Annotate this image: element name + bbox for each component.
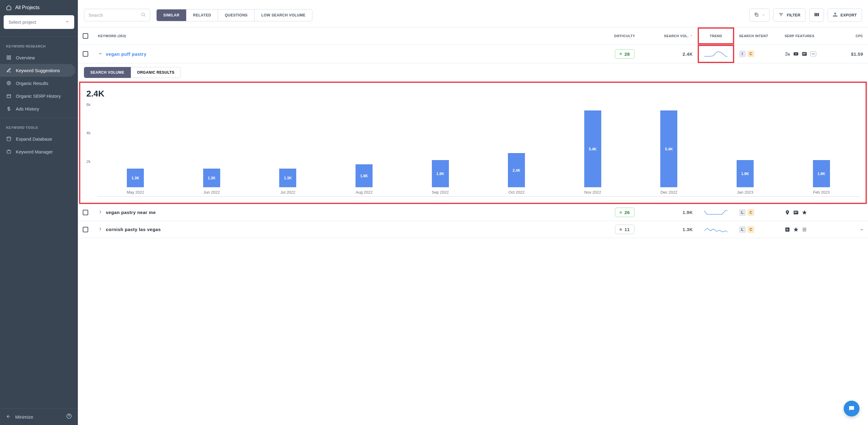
row-checkbox[interactable] xyxy=(83,210,88,215)
bar: 1.9K xyxy=(432,160,449,187)
x-label: May 2022 xyxy=(127,190,144,195)
y-axis: 6k 4k 2k xyxy=(86,102,97,197)
help-icon[interactable] xyxy=(66,414,72,420)
tab-low-volume[interactable]: LOW SEARCH VOLUME xyxy=(254,9,312,21)
pencil-icon xyxy=(6,67,11,73)
trend-cell xyxy=(698,45,734,63)
minimize-button[interactable]: Minimize xyxy=(6,414,33,420)
bar-column: 1.9KSep 2022 xyxy=(402,160,478,187)
cpc-value: – xyxy=(841,223,868,236)
svg-marker-44 xyxy=(794,227,798,231)
dot-icon xyxy=(620,211,622,214)
bar: 1.6K xyxy=(355,164,373,187)
export-label: EXPORT xyxy=(841,13,857,17)
tab-questions[interactable]: QUESTIONS xyxy=(218,9,254,21)
expand-tab-organic[interactable]: ORGANIC RESULTS xyxy=(131,67,181,78)
cpc-value xyxy=(841,209,868,216)
svg-line-28 xyxy=(789,55,789,56)
target-icon xyxy=(6,80,11,86)
tab-similar[interactable]: SIMILAR xyxy=(157,9,186,21)
calendar-icon xyxy=(6,93,11,98)
keyword-link[interactable]: vegan puff pastry xyxy=(106,52,147,57)
intent-badge-c: C xyxy=(748,226,754,233)
filter-icon xyxy=(778,12,784,18)
nav-overview[interactable]: Overview xyxy=(0,51,78,64)
chat-icon xyxy=(848,405,855,412)
export-button[interactable]: EXPORT xyxy=(828,8,862,22)
volume-value: 2.4K xyxy=(646,48,698,60)
list-icon xyxy=(802,227,807,232)
row-checkbox[interactable] xyxy=(83,51,88,57)
svg-point-35 xyxy=(813,54,813,54)
search-input[interactable]: Search xyxy=(84,9,150,21)
copy-dropdown-button[interactable] xyxy=(749,8,770,22)
more-icon[interactable] xyxy=(810,52,816,56)
x-label: Sep 2022 xyxy=(432,190,449,195)
nav-expand-database[interactable]: Expand Database xyxy=(0,133,78,145)
chart-title: 2.4K xyxy=(86,89,860,98)
difficulty-value: 28 xyxy=(624,52,630,57)
dot-icon xyxy=(620,53,622,55)
svg-point-9 xyxy=(7,137,11,138)
copy-icon xyxy=(754,12,759,18)
y-tick: 6k xyxy=(86,102,97,107)
expand-toggle[interactable] xyxy=(98,209,103,215)
row-checkbox[interactable] xyxy=(83,227,88,232)
svg-rect-33 xyxy=(803,54,805,55)
bar: 1.3K xyxy=(127,169,144,187)
svg-rect-10 xyxy=(7,151,11,153)
all-projects-link[interactable]: All Projects xyxy=(4,5,74,10)
svg-rect-1 xyxy=(9,56,11,57)
svg-rect-23 xyxy=(833,16,837,17)
reviews-icon xyxy=(793,227,799,232)
bar-column: 1.3KJun 2022 xyxy=(174,169,250,187)
home-icon xyxy=(6,5,11,10)
intent-badge-l: L xyxy=(739,209,746,216)
x-label: Dec 2022 xyxy=(660,190,678,195)
select-all-checkbox[interactable] xyxy=(83,33,88,39)
col-keyword-label: KEYWORD xyxy=(98,34,117,38)
svg-rect-20 xyxy=(814,13,816,17)
featured-snippet-icon xyxy=(793,210,799,215)
col-cpc[interactable]: CPC xyxy=(841,27,868,45)
nav-keyword-manager[interactable]: Keyword Manager xyxy=(0,145,78,158)
expand-toggle[interactable] xyxy=(98,51,103,57)
filter-button[interactable]: FILTER xyxy=(773,8,806,22)
col-trend[interactable]: TREND xyxy=(698,27,734,45)
col-keyword[interactable]: KEYWORD (353) xyxy=(93,27,603,45)
col-difficulty[interactable]: DIFFICULTY xyxy=(603,27,646,45)
col-volume[interactable]: SEARCH VOL. xyxy=(646,27,698,45)
trend-cell xyxy=(698,222,734,237)
col-serp[interactable]: SERP FEATURES xyxy=(780,27,841,45)
bar: 1.3K xyxy=(279,169,296,187)
dollar-icon xyxy=(6,106,11,111)
grid-icon xyxy=(6,55,11,60)
filter-label: FILTER xyxy=(787,13,801,17)
nav-organic-results[interactable]: Organic Results xyxy=(0,77,78,89)
col-intent[interactable]: SEARCH INTENT xyxy=(734,27,780,45)
nav-ads-history[interactable]: Ads History xyxy=(0,102,78,115)
volume-value: 1.9K xyxy=(646,206,698,219)
project-select[interactable]: Select project xyxy=(4,15,74,29)
section-keyword-research: KEYWORD RESEARCH xyxy=(0,39,78,51)
x-label: Feb 2023 xyxy=(813,190,830,195)
serp-features xyxy=(785,51,816,57)
project-select-label: Select project xyxy=(8,20,36,25)
x-label: Jan 2023 xyxy=(737,190,753,195)
x-label: Jul 2022 xyxy=(280,190,295,195)
serp-features: G xyxy=(785,227,807,232)
featured-snippet-icon xyxy=(802,51,807,57)
nav-keyword-suggestions[interactable]: Keyword Suggestions xyxy=(0,64,75,77)
nav-serp-history[interactable]: Organic SERP History xyxy=(0,89,78,102)
expand-toggle[interactable] xyxy=(98,227,103,232)
chat-button[interactable] xyxy=(844,401,860,417)
nav-overview-label: Overview xyxy=(16,55,35,60)
expand-tab-volume[interactable]: SEARCH VOLUME xyxy=(84,67,131,78)
tab-related[interactable]: RELATED xyxy=(186,9,218,21)
svg-text:G: G xyxy=(786,228,788,231)
intent-badge-c: C xyxy=(748,51,754,57)
all-projects-label: All Projects xyxy=(15,5,39,10)
columns-button[interactable] xyxy=(809,8,824,22)
bar: 2.4K xyxy=(508,153,525,187)
bar: 5.4K xyxy=(584,111,601,187)
